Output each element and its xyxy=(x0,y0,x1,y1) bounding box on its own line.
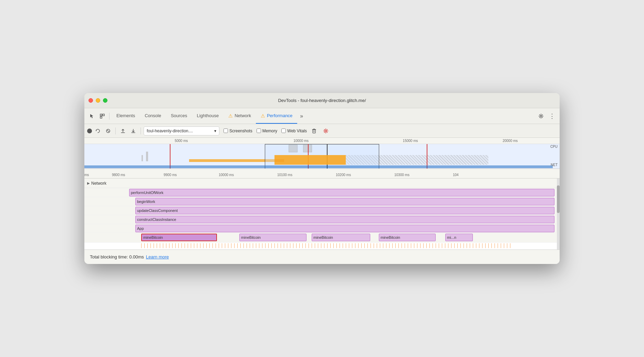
learn-more-link[interactable]: Learn more xyxy=(146,254,169,259)
tick-mark xyxy=(371,243,371,248)
scroll-track xyxy=(557,178,560,249)
tick-mark xyxy=(495,243,495,248)
flame-block-constructclassinstance[interactable]: constructClassInstance xyxy=(135,216,554,223)
tick-mark xyxy=(240,243,241,248)
tick-mark xyxy=(386,243,386,248)
download-icon[interactable] xyxy=(129,126,138,135)
flame-block-beginwork[interactable]: beginWork xyxy=(135,198,554,205)
menu-icon[interactable]: ⋮ xyxy=(547,111,557,121)
clear-button[interactable] xyxy=(310,126,319,135)
network-warning-icon: ⚠ xyxy=(228,113,233,119)
flame-block-performunitofwork[interactable]: performUnitOfWork xyxy=(129,189,554,196)
tick-mark xyxy=(228,243,228,248)
more-tabs-button[interactable]: » xyxy=(297,108,306,124)
detail-tick-9800: 9800 ms xyxy=(112,173,125,177)
network-section-row[interactable]: ▶ Network xyxy=(84,178,560,188)
timeline-overview[interactable]: 5000 ms 10000 ms 15000 ms 20000 ms CPU N… xyxy=(84,138,560,169)
cpu-spike-2 xyxy=(146,152,148,161)
webvitals-checkbox[interactable] xyxy=(281,129,286,133)
tick-mark xyxy=(312,243,312,248)
tick-mark xyxy=(426,243,427,248)
tick-mark xyxy=(278,243,278,248)
scroll-thumb[interactable] xyxy=(557,185,560,213)
tick-mark xyxy=(504,243,504,248)
toolbar-right: ⋮ xyxy=(536,111,557,121)
tick-mark xyxy=(324,243,324,248)
refresh-icon[interactable] xyxy=(93,126,102,135)
tick-mark xyxy=(194,243,194,248)
tab-lighthouse[interactable]: Lighthouse xyxy=(192,108,224,124)
tick-mark xyxy=(293,243,293,248)
tab-performance[interactable]: ⚠ Performance xyxy=(256,108,297,124)
tick-mark xyxy=(262,243,262,248)
tick-mark xyxy=(284,243,284,248)
tick-mark xyxy=(380,243,380,248)
ruler-tick-15000: 15000 ms xyxy=(403,139,418,143)
flame-block-updateclasscomponent[interactable]: updateClassComponent xyxy=(135,207,554,214)
memory-checkbox[interactable] xyxy=(257,129,261,133)
stop-icon[interactable] xyxy=(104,126,113,135)
tick-mark xyxy=(491,243,492,248)
tick-mark xyxy=(231,243,231,248)
tick-mark xyxy=(188,243,188,248)
ruler-tick-5000: 5000 ms xyxy=(175,139,188,143)
tick-mark xyxy=(212,243,213,248)
tick-mark xyxy=(501,243,501,248)
screenshots-label: Screenshots xyxy=(229,129,252,133)
tab-console[interactable]: Console xyxy=(140,108,166,124)
tick-mark xyxy=(343,243,343,248)
memory-checkbox-group: Memory xyxy=(257,129,277,133)
inspector-icon[interactable] xyxy=(97,111,107,121)
screenshots-checkbox[interactable] xyxy=(224,129,228,133)
close-button[interactable] xyxy=(89,98,93,103)
toolbar-separator-2 xyxy=(115,127,116,134)
toolbar-separator-3 xyxy=(141,127,141,134)
tick-mark xyxy=(144,243,145,248)
screenshots-checkbox-group: Screenshots xyxy=(224,129,252,133)
flame-block-minebitcoin-3[interactable]: mineBitcoin xyxy=(312,234,370,241)
tick-mark xyxy=(333,243,334,248)
flame-block-app[interactable]: App xyxy=(135,225,554,232)
svg-point-4 xyxy=(540,115,542,117)
flame-block-minebitcoin-4[interactable]: mineBitcoin xyxy=(379,234,436,241)
tick-mark xyxy=(479,243,479,248)
tick-mark xyxy=(209,243,210,248)
tick-mark xyxy=(315,243,315,248)
tick-mark xyxy=(405,243,405,248)
flame-block-minebitcoin-5[interactable]: mi...n xyxy=(445,234,473,241)
tab-sources[interactable]: Sources xyxy=(166,108,192,124)
tick-mark xyxy=(482,243,482,248)
tick-mark xyxy=(219,243,219,248)
tick-mark xyxy=(299,243,300,248)
tick-mark xyxy=(265,243,266,248)
detail-tick-10000: 10000 ms xyxy=(219,173,234,177)
performance-settings-icon[interactable] xyxy=(321,126,330,135)
flame-block-minebitcoin-1[interactable]: mineBitcoin xyxy=(141,234,217,241)
tick-mark xyxy=(402,243,402,248)
tab-elements[interactable]: Elements xyxy=(112,108,140,124)
detail-tick-10300: 10300 ms xyxy=(394,173,409,177)
maximize-button[interactable] xyxy=(103,98,107,103)
cursor-tool-icon[interactable] xyxy=(87,111,97,121)
tick-mark xyxy=(451,243,451,248)
tick-mark xyxy=(330,243,331,248)
dropdown-arrow-icon: ▾ xyxy=(214,129,216,133)
flame-section: ▶ Network performUnitOfWork beginWork xyxy=(84,178,560,249)
record-button[interactable] xyxy=(87,129,92,133)
tick-mark xyxy=(340,243,340,248)
tab-network[interactable]: ⚠ Network xyxy=(224,108,256,124)
webvitals-checkbox-group: Web Vitals xyxy=(281,129,307,133)
upload-icon[interactable] xyxy=(118,126,127,135)
network-expand-arrow: ▶ xyxy=(87,181,90,185)
flame-block-minebitcoin-2[interactable]: mineBitcoin xyxy=(239,234,307,241)
cpu-label: CPU xyxy=(550,145,558,149)
minimize-button[interactable] xyxy=(96,98,100,103)
tick-mark xyxy=(243,243,244,248)
url-dropdown[interactable]: foul-heavenly-direction.... ▾ xyxy=(144,126,219,135)
tick-mark xyxy=(414,243,414,248)
tick-mark xyxy=(470,243,470,248)
settings-icon[interactable] xyxy=(536,111,546,121)
toolbar-separator-1 xyxy=(109,113,110,120)
tick-mark xyxy=(175,243,176,248)
tick-mark xyxy=(302,243,303,248)
